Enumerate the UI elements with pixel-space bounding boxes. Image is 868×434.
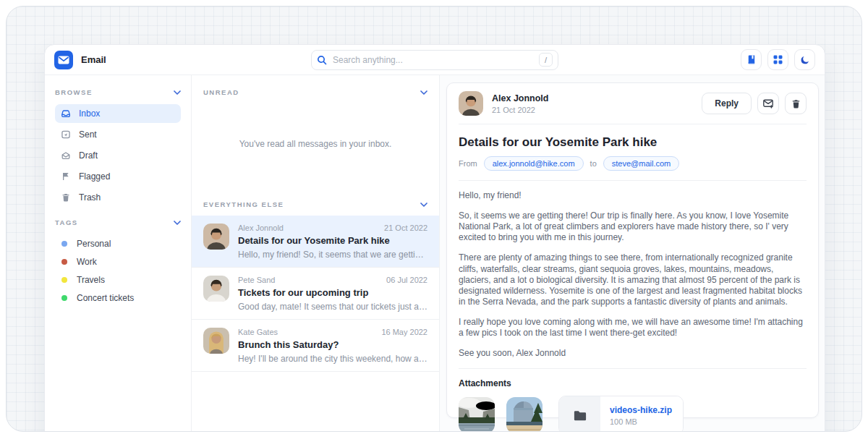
- to-email-pill[interactable]: steve@mail.com: [603, 156, 679, 171]
- envelope-plus-icon: [762, 98, 774, 109]
- to-label: to: [590, 159, 597, 168]
- detail-sender-block: Alex Jonnold 21 Oct 2022: [492, 93, 548, 114]
- mail-item-subject: Tickets for our upcoming trip: [238, 287, 427, 298]
- app-brand: Email: [54, 51, 106, 69]
- tags-section: TAGS Personal Work: [55, 218, 181, 307]
- tags-list: Personal Work Travels Concert tickets: [55, 234, 181, 307]
- detail-header: Alex Jonnold 21 Oct 2022 Reply: [459, 83, 807, 124]
- browse-section-header: BROWSE: [55, 88, 181, 96]
- book-button[interactable]: [741, 49, 762, 70]
- detail-subject: Details for our Yosemite Park hike: [459, 135, 807, 150]
- mail-item-subject: Details for our Yosemite Park hike: [238, 235, 427, 246]
- apps-grid-button[interactable]: [767, 49, 788, 70]
- sidebar-item-label: Sent: [79, 129, 97, 140]
- reply-button[interactable]: Reply: [702, 93, 752, 114]
- search-bar: /: [311, 50, 558, 70]
- mail-item-sender: Pete Sand: [238, 276, 275, 284]
- chevron-down-icon[interactable]: [174, 221, 181, 225]
- file-name-link[interactable]: videos-hike.zip: [610, 405, 672, 415]
- forward-email-button[interactable]: [757, 93, 779, 114]
- tag-item-concert-tickets[interactable]: Concert tickets: [55, 289, 181, 307]
- avatar: [203, 276, 229, 302]
- sidebar-item-draft[interactable]: Draft: [55, 146, 181, 165]
- tag-dot: [61, 277, 67, 283]
- unread-section-title: UNREAD: [203, 88, 239, 96]
- page-background: Email /: [6, 6, 862, 432]
- unread-empty-message: You've read all messages in your inbox.: [192, 96, 439, 192]
- mail-item-preview: Good day, mate! It seems that our ticket…: [238, 302, 427, 312]
- chevron-down-icon[interactable]: [174, 90, 181, 95]
- avatar: [203, 328, 229, 354]
- tag-label: Travels: [77, 275, 105, 285]
- mail-item-content: Alex Jonnold 21 Oct 2022 Details for our…: [238, 224, 427, 260]
- inbox-icon: [61, 109, 71, 119]
- detail-from-to-row: From alex.jonnold@hike.com to steve@mail…: [459, 156, 807, 181]
- mail-item-preview: Hello, my friend! So, it seems that we a…: [238, 250, 427, 260]
- attachment-file-card: videos-hike.zip 100 MB: [558, 396, 684, 432]
- sidebar-item-label: Flagged: [79, 171, 110, 182]
- attachments-row: videos-hike.zip 100 MB: [459, 396, 807, 432]
- search-icon: [317, 55, 327, 65]
- sidebar-item-flagged[interactable]: Flagged: [55, 167, 181, 186]
- search-input[interactable]: [333, 55, 533, 65]
- file-meta: videos-hike.zip 100 MB: [600, 396, 683, 432]
- sidebar-item-label: Inbox: [79, 109, 100, 119]
- body-paragraph: See you soon, Alex Jonnold: [459, 348, 807, 359]
- tag-item-work[interactable]: Work: [55, 252, 181, 271]
- mail-list-item-alex[interactable]: Alex Jonnold 21 Oct 2022 Details for our…: [192, 216, 439, 268]
- mail-list-item-kate[interactable]: Kate Gates 16 May 2022 Brunch this Satur…: [192, 320, 439, 372]
- tag-label: Concert tickets: [77, 293, 134, 303]
- sidebar-item-sent[interactable]: Sent: [55, 125, 181, 144]
- file-size: 100 MB: [610, 417, 672, 426]
- tag-dot: [61, 259, 67, 265]
- attachment-photo-valley[interactable]: [459, 397, 495, 432]
- mail-item-preview: Hey! I'll be around the city this weeken…: [238, 354, 427, 364]
- mail-item-subject: Brunch this Saturday?: [238, 339, 427, 350]
- sidebar-item-label: Trash: [79, 192, 101, 203]
- tag-label: Work: [77, 257, 97, 267]
- search-shortcut-badge: /: [539, 53, 553, 67]
- mail-item-date: 21 Oct 2022: [384, 224, 427, 232]
- mail-item-sender: Alex Jonnold: [238, 224, 284, 232]
- dark-mode-button[interactable]: [794, 49, 815, 70]
- detail-actions: Reply: [702, 93, 807, 114]
- draft-icon: [61, 150, 71, 161]
- tag-label: Personal: [77, 239, 111, 249]
- mail-item-sender: Kate Gates: [238, 328, 278, 336]
- from-label: From: [459, 159, 477, 168]
- email-app-window: Email /: [44, 44, 825, 432]
- body-paragraph: Hello, my friend!: [459, 190, 807, 201]
- sent-icon: [61, 129, 71, 140]
- message-list-column: UNREAD You've read all messages in your …: [192, 75, 440, 432]
- grid-icon: [773, 55, 783, 64]
- sidebar-item-inbox[interactable]: Inbox: [55, 104, 181, 123]
- app-title: Email: [81, 54, 106, 65]
- delete-button[interactable]: [785, 93, 807, 114]
- from-email-pill[interactable]: alex.jonnold@hike.com: [484, 156, 584, 171]
- chevron-down-icon[interactable]: [420, 90, 427, 95]
- avatar: [459, 91, 483, 116]
- tag-dot: [61, 241, 67, 247]
- unread-section-header: UNREAD: [192, 75, 439, 96]
- moon-icon: [800, 55, 810, 65]
- browse-section-title: BROWSE: [55, 88, 93, 96]
- header-actions: [741, 49, 815, 70]
- email-logo-icon: [54, 51, 73, 69]
- everything-else-section-title: EVERYTHING ELSE: [203, 200, 284, 208]
- attachment-photo-half-dome[interactable]: [506, 397, 542, 432]
- detail-sender-name: Alex Jonnold: [492, 93, 548, 103]
- file-icon-box: [559, 396, 600, 432]
- main-area: BROWSE Inbox Sent: [45, 75, 825, 432]
- message-detail-pane: Alex Jonnold 21 Oct 2022 Reply: [440, 75, 825, 432]
- sidebar-item-trash[interactable]: Trash: [55, 188, 181, 207]
- tag-item-travels[interactable]: Travels: [55, 271, 181, 289]
- attachments-title: Attachments: [459, 378, 807, 388]
- flag-icon: [61, 171, 71, 182]
- body-paragraph: So, it seems we are getting there! Our t…: [459, 210, 807, 243]
- folder-icon: [574, 410, 587, 421]
- trash-icon: [61, 192, 71, 203]
- mail-list-item-pete[interactable]: Pete Sand 06 Jul 2022 Tickets for our up…: [192, 268, 439, 320]
- chevron-down-icon[interactable]: [420, 203, 427, 207]
- message-body: Hello, my friend! So, it seems we are ge…: [459, 181, 807, 369]
- tag-item-personal[interactable]: Personal: [55, 234, 181, 252]
